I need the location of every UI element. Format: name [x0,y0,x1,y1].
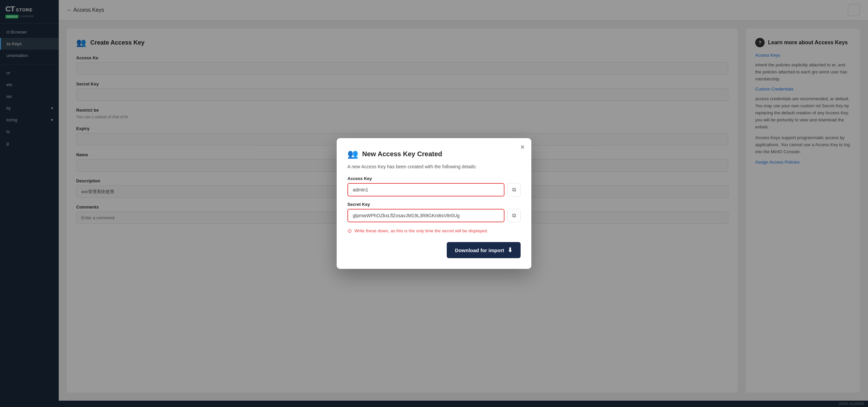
modal-secret-key-input[interactable] [347,209,504,222]
modal-actions: Download for import ⬇ [347,242,521,258]
warning-text: Write these down, as this is the only ti… [354,228,488,233]
modal-title: New Access Key Created [362,150,442,158]
copy-icon: ⧉ [512,187,516,193]
modal-access-key-input[interactable] [347,183,504,197]
modal-secret-key-row: ⧉ [347,209,521,222]
copy-secret-key-button[interactable]: ⧉ [507,209,521,222]
download-icon: ⬇ [507,246,513,254]
modal-close-button[interactable]: × [520,143,525,151]
modal-access-key-label: Access Key [347,176,521,181]
download-for-import-button[interactable]: Download for import ⬇ [447,242,521,258]
download-button-label: Download for import [455,247,504,253]
modal-icon: 👥 [347,149,358,159]
modal-access-key-row: ⧉ [347,183,521,197]
modal-access-key-group: Access Key ⧉ [347,176,521,197]
copy-access-key-button[interactable]: ⧉ [507,183,521,197]
warning-message: ⊙ Write these down, as this is the only … [347,228,521,234]
modal-overlay[interactable]: × 👥 New Access Key Created A new Access … [0,0,868,407]
modal-secret-key-label: Secret Key [347,202,521,207]
modal-subtitle: A new Access Key has been created with t… [347,164,521,169]
modal-header: 👥 New Access Key Created [347,149,521,159]
new-access-key-modal: × 👥 New Access Key Created A new Access … [337,138,531,269]
modal-secret-key-group: Secret Key ⧉ [347,202,521,222]
warning-icon: ⊙ [347,228,352,234]
copy-icon: ⧉ [512,212,516,218]
